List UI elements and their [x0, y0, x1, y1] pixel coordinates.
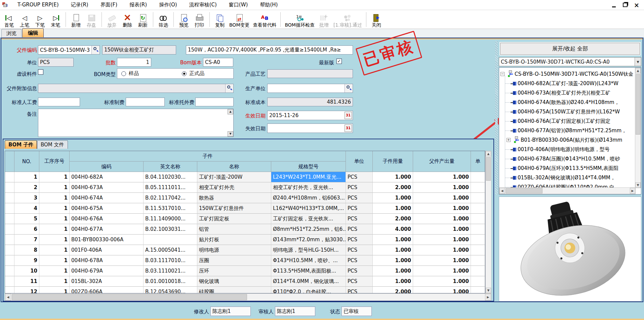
cell-pqty[interactable]: 1.000	[413, 182, 471, 193]
cell-code[interactable]: 004H0-679A	[70, 266, 144, 276]
cell-qty[interactable]: 2.000	[373, 182, 413, 193]
tree-node[interactable]: 004H0-678A(压圈)(Φ143*H10.5MM，喷砂	[511, 154, 620, 163]
minimize-icon[interactable]	[609, 1, 618, 9]
row-selector-cell[interactable]	[5, 193, 14, 203]
cell-qty[interactable]: 1.000	[373, 203, 413, 214]
cell-pqty[interactable]: 1.000	[413, 276, 471, 287]
row-selector-cell[interactable]	[5, 255, 14, 266]
cell-en[interactable]: B.02.1003031...	[144, 224, 197, 235]
latest-version-checkbox[interactable]: ✓	[336, 59, 342, 64]
cell-en[interactable]: B.03.1110021...	[144, 266, 197, 276]
cell-unit[interactable]: PCS	[346, 214, 373, 224]
table-vscrollbar[interactable]: ▲ ▼	[485, 151, 491, 293]
cell-code[interactable]: 004H0-677A	[70, 224, 144, 235]
panel-splitter[interactable]	[495, 41, 498, 194]
toolbar-button-preview[interactable]: 预览	[176, 11, 192, 28]
cell-en[interactable]: B.01.0010018...	[144, 276, 197, 287]
cell-name[interactable]: 工矿灯-顶盖-200W	[197, 172, 271, 182]
expire-date-input[interactable]: 31	[267, 123, 353, 133]
cell-seq[interactable]: 1	[39, 224, 70, 235]
scroll-down-icon[interactable]: ▼	[635, 182, 641, 188]
cell-extra[interactable]	[471, 287, 485, 293]
tree-node[interactable]: 004H0-675A(150W工矿灯悬挂件)(L162*W	[511, 107, 620, 116]
cell-unit[interactable]: PCS	[346, 203, 373, 214]
tab-browse[interactable]: 浏览	[1, 29, 22, 37]
header-spec[interactable]: 规格型号	[271, 162, 346, 172]
cell-name[interactable]: 相变工矿灯外壳	[197, 182, 271, 193]
menu-item[interactable]: 流程审核(C)	[183, 0, 223, 9]
cell-qty[interactable]: 1.000	[373, 266, 413, 276]
menu-item[interactable]: 操作(O)	[153, 0, 183, 9]
remark-textarea[interactable]: ▲ ▼	[38, 109, 234, 137]
cell-qty[interactable]: 1.000	[373, 193, 413, 203]
vscroll-thumb[interactable]	[486, 157, 491, 181]
effective-date-input[interactable]: 2015-11-26 31	[267, 111, 353, 120]
toolbar-button-new[interactable]: 新增	[68, 11, 84, 28]
row-selector-cell[interactable]	[5, 235, 14, 245]
cell-extra[interactable]	[471, 203, 485, 214]
row-selector-cell[interactable]	[5, 245, 14, 255]
cell-en[interactable]: B.11.1409000...	[144, 214, 197, 224]
row-selector-cell[interactable]	[5, 276, 14, 287]
cell-extra[interactable]	[471, 276, 485, 287]
tree-node[interactable]: 004H0-674A(散热器)(Ø240.4*H108mm，	[511, 98, 619, 107]
table-row[interactable]: 41004H0-675AB.11.5317010...150W工矿灯悬挂件L16…	[5, 203, 485, 214]
bom-version-selector[interactable]: CS-BYB-O-150MW-30D71-WCTKG-A0:CS-A0 ▼	[499, 57, 641, 66]
cell-spec[interactable]: Ø114*T4.0MM，钢化玻璃...	[271, 276, 346, 287]
cell-no[interactable]: 9	[14, 255, 39, 266]
table-row[interactable]: 21004H0-673AB.05.1111011...相变工矿灯外壳相变工矿灯外…	[5, 182, 485, 193]
toolbar-button-last[interactable]: 末笔	[48, 11, 63, 28]
vscroll-thumb[interactable]	[636, 74, 640, 135]
toolbar-button-bom-change[interactable]: BOM变更	[228, 11, 251, 28]
prod-unit-field[interactable]	[267, 84, 353, 93]
cell-en[interactable]: B.04.1102030...	[144, 172, 197, 182]
header-no[interactable]: NO.	[14, 151, 39, 172]
cell-en[interactable]: B.11.5317010...	[144, 203, 197, 214]
scroll-right-icon[interactable]: ▶	[485, 294, 491, 300]
cell-seq[interactable]: 1	[39, 203, 70, 214]
cell-seq[interactable]: 1	[39, 255, 70, 266]
toolbar-button-bom-check[interactable]: BOM循环检查	[283, 11, 316, 28]
cell-spec[interactable]: Ø143mm*T2.0mm，贴3030...	[271, 235, 346, 245]
expand-collapse-all-button[interactable]: 展开/收起 全部	[500, 43, 640, 55]
row-selector-cell[interactable]	[5, 172, 14, 182]
menu-item[interactable]: 记录(R)	[65, 0, 94, 9]
toolbar-button-print[interactable]: 打印	[192, 11, 207, 28]
cell-name[interactable]: 明纬电源	[197, 245, 271, 255]
cell-qty[interactable]: 1.000	[373, 245, 413, 255]
cell-en[interactable]: B.05.1111011...	[144, 182, 197, 193]
table-row[interactable]: 91004H0-678AB.03.1117010...压圈Φ143*H10.5M…	[5, 255, 485, 266]
toolbar-button-filter[interactable]: 筛选	[156, 11, 171, 28]
cell-unit[interactable]: PCS	[346, 287, 373, 293]
header-name[interactable]: 名称	[197, 162, 271, 172]
tree-node[interactable]: 001F0-406A(明纬电源)(明纬电源，型号	[511, 145, 610, 154]
cell-pqty[interactable]: 1.000	[413, 235, 471, 245]
cell-no[interactable]: 2	[14, 182, 39, 193]
scroll-up-icon[interactable]: ▲	[635, 68, 641, 73]
tree-node[interactable]: 004H0-673A(相变工矿灯外壳)(相变工矿	[511, 88, 610, 97]
search-icon[interactable]	[91, 46, 99, 54]
cell-unit[interactable]: PCS	[346, 182, 373, 193]
cell-extra[interactable]	[471, 172, 485, 182]
expand-icon[interactable]: +	[507, 138, 511, 142]
cell-pqty[interactable]: 1.000	[413, 203, 471, 214]
cell-code[interactable]: 004H0-674A	[70, 193, 144, 203]
toolbar-button-next[interactable]: 下笔	[32, 11, 48, 28]
cell-en[interactable]: A.15.0005041...	[144, 245, 197, 255]
tree-node[interactable]: 004H0-677A(铝管)(Ø8mm*H51*T2.25mm，	[511, 126, 627, 135]
cell-name[interactable]: 钢化玻璃	[197, 276, 271, 287]
cell-qty[interactable]: 1.000	[373, 172, 413, 182]
cell-spec[interactable]: Ø240.4*H108mm，铝6063...	[271, 193, 346, 203]
table-row[interactable]: 51004H0-676AB.11.1409000...工矿灯固定板工矿灯固定板，…	[5, 214, 485, 224]
table-row[interactable]: 101004H0-679AB.03.1110021...压环Φ113.5*H5M…	[5, 266, 485, 276]
cell-spec[interactable]: Φ143*H10.5MM，喷砂、...	[271, 255, 346, 266]
cell-en[interactable]: B.03.1117010...	[144, 255, 197, 266]
cell-code[interactable]: 001F0-406A	[70, 245, 144, 255]
table-row[interactable]: 81001F0-406AA.15.0005041...明纬电源明纬电源，型号HL…	[5, 245, 485, 255]
cell-extra[interactable]	[471, 235, 485, 245]
toolbar-button-close-door[interactable]: 关闭	[369, 11, 384, 28]
cell-en[interactable]: B.12.0543690...	[144, 287, 197, 293]
cell-extra[interactable]	[471, 245, 485, 255]
hscroll-thumb[interactable]	[506, 188, 542, 193]
cell-pqty[interactable]: 1.000	[413, 255, 471, 266]
